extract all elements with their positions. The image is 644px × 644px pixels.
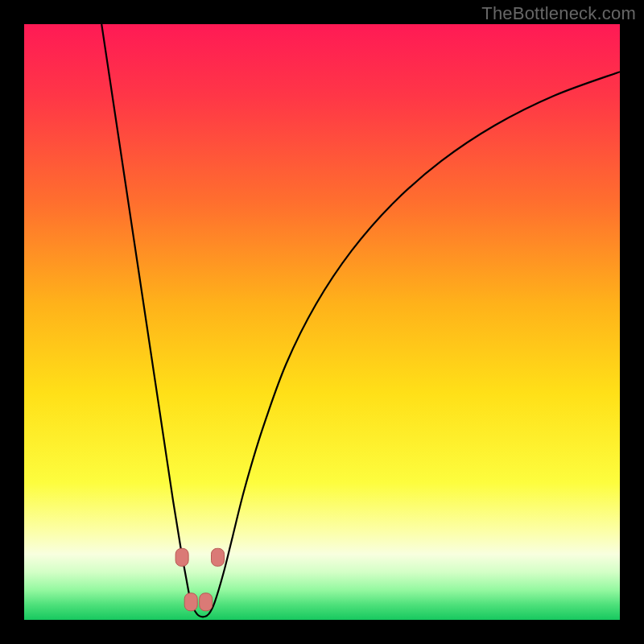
curve-marker: [184, 593, 197, 611]
chart-frame: TheBottleneck.com: [0, 0, 644, 644]
curve-path: [101, 24, 620, 617]
curve-marker: [200, 593, 213, 611]
curve-marker: [175, 548, 188, 566]
plot-area: [24, 24, 620, 620]
curve-marker: [212, 548, 225, 566]
bottleneck-curve: [24, 24, 620, 620]
markers-group: [175, 548, 224, 611]
watermark-text: TheBottleneck.com: [481, 3, 636, 24]
